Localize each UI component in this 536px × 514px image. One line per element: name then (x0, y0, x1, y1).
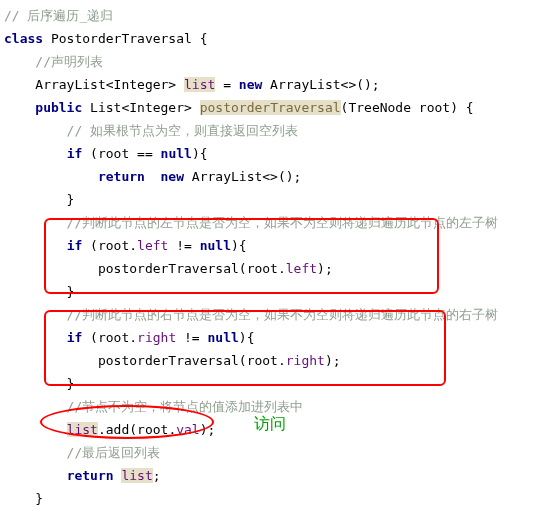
code-line-11: postorderTraversal(root.left); (4, 257, 532, 280)
code-line-15: postorderTraversal(root.right); (4, 349, 532, 372)
code-line-9: //判断此节点的左节点是否为空，如果不为空则将递归遍历此节点的左子树 (4, 211, 532, 234)
code-line-12: } (4, 280, 532, 303)
annotation-label-visit: 访问 (254, 412, 286, 435)
code-line-13: //判断此节点的右节点是否为空，如果不为空则将递归遍历此节点的右子树 (4, 303, 532, 326)
code-line-20: return list; (4, 464, 532, 487)
code-line-7: return new ArrayList<>(); (4, 165, 532, 188)
var-list: list (184, 77, 215, 92)
code-line-0: // 后序遍历_递归 (4, 4, 532, 27)
code-line-5: // 如果根节点为空，则直接返回空列表 (4, 119, 532, 142)
code-line-22: } (4, 510, 532, 514)
code-line-16: } (4, 372, 532, 395)
code-line-14: if (root.right != null){ (4, 326, 532, 349)
code-line-3: ArrayList<Integer> list = new ArrayList<… (4, 73, 532, 96)
code-line-10: if (root.left != null){ (4, 234, 532, 257)
code-line-6: if (root == null){ (4, 142, 532, 165)
code-line-21: } (4, 487, 532, 510)
code-line-4: public List<Integer> postorderTraversal(… (4, 96, 532, 119)
code-line-19: //最后返回列表 (4, 441, 532, 464)
code-line-8: } (4, 188, 532, 211)
code-line-1: class PostorderTraversal { (4, 27, 532, 50)
method-name: postorderTraversal (200, 100, 341, 115)
code-line-2: //声明列表 (4, 50, 532, 73)
comment-text: // 后序遍历_递归 (4, 8, 113, 23)
